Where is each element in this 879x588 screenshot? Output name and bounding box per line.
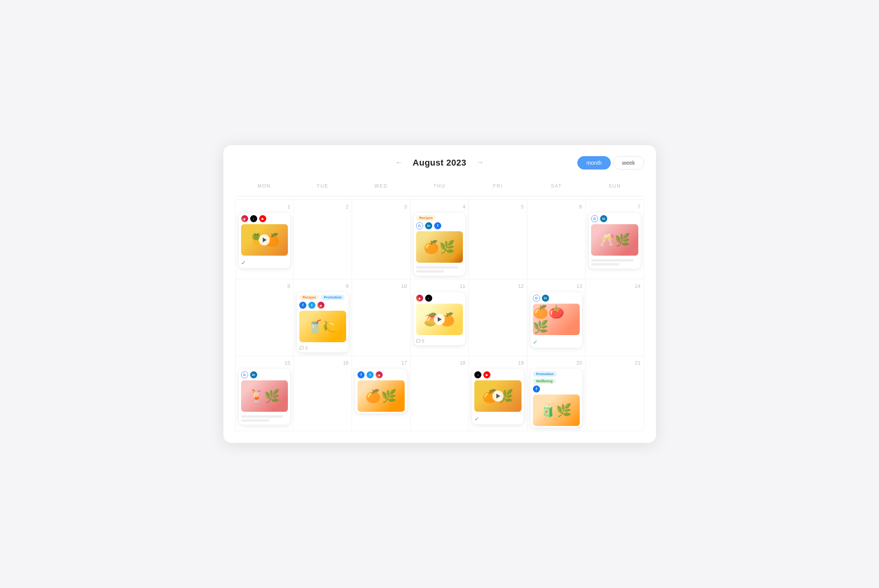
day-num-3: 3 [355,204,407,210]
day-num-6: 6 [531,204,582,210]
post-card-aug7[interactable]: G in 🥂🌿 [589,213,640,269]
view-toggle: month week [577,156,644,170]
card-footer-aug13: ✓ [531,337,582,348]
tag-recipes-aug9: Recipes [299,295,319,300]
tag-promotion-aug20: Promotion [533,371,557,377]
cell-aug-11: 11 ● ♪ 🥭🍊 [411,279,469,356]
google-icon-aug13: G [533,295,540,302]
tiktok-icon-aug19: ♪ [474,371,481,378]
day-headers: MON TUE WED THU FRI SAT SUN [235,180,644,196]
twitter-icon-aug17: t [367,371,374,378]
twitter-icon-aug9: t [308,302,315,309]
cell-aug-10: 10 [352,279,410,356]
social-icons-aug1: ● ♪ ▶ [241,215,288,222]
calendar-container: ← August 2023 → month week MON TUE WED T… [223,145,656,443]
card-footer-aug19: ✓ [472,413,523,424]
social-icons-aug7: G in [591,215,638,222]
day-num-7: 7 [589,204,640,210]
tag-wellbeing-aug20: Wellbeing [533,378,556,384]
card-text-aug15 [239,413,290,425]
cell-aug-18: 18 [411,356,469,431]
youtube-icon: ▶ [259,215,266,222]
day-header-tue: TUE [293,180,352,192]
card-footer-aug11: 5 [414,337,465,345]
cell-aug-21: 21 [586,356,644,431]
facebook-icon: f [434,222,441,229]
day-num-20: 20 [531,360,582,366]
day-header-sun: SUN [586,180,644,192]
tiktok-icon-aug11: ♪ [425,295,432,302]
play-button-aug19[interactable] [492,391,503,402]
post-card-aug20[interactable]: Promotion Wellbeing f 🧃🌿 [531,369,582,428]
day-header-sat: SAT [527,180,586,192]
play-button-aug11[interactable] [434,314,445,325]
card-text-aug7 [589,257,640,269]
instagram-icon-aug9: ● [317,302,324,309]
post-card-aug15[interactable]: G in 🍹🌿 [239,369,290,425]
check-icon-aug13: ✓ [533,339,538,346]
calendar-header: ← August 2023 → month week [235,157,644,168]
social-icons-aug13: G in [533,295,580,302]
linkedin-icon-aug13: in [542,295,549,302]
post-image-aug1: 🍍🍊 [241,224,288,256]
facebook-icon-aug20: f [533,385,540,393]
day-header-thu: THU [410,180,469,192]
post-card-aug11[interactable]: ● ♪ 🥭🍊 5 [414,292,465,345]
month-title: August 2023 [413,158,466,168]
day-num-18: 18 [414,360,465,366]
day-num-19: 19 [472,360,523,366]
day-num-5: 5 [472,204,523,210]
post-image-aug20: 🧃🌿 [533,394,580,426]
day-num-11: 11 [414,283,465,289]
day-num-17: 17 [355,360,407,366]
post-image-aug19: 🍊🌿 [474,380,521,412]
day-header-wed: WED [352,180,411,192]
post-card-aug4[interactable]: Recipes G in f 🍊🌿 [414,213,465,276]
cell-aug-5: 5 [469,200,527,279]
play-button-aug1[interactable] [259,234,270,245]
post-card-aug13[interactable]: G in 🍊🍅🌿 ✓ [531,292,582,348]
week-view-button[interactable]: week [613,156,644,170]
cell-aug-2: 2 [294,200,352,279]
day-num-4: 4 [414,204,465,210]
google-icon: G [416,222,423,229]
post-card-aug1[interactable]: ● ♪ ▶ 🍍🍊 ✓ [239,213,290,268]
social-icons-aug17: f t ● [357,371,404,378]
tag-recipes-aug4: Recipes [416,215,436,221]
day-num-12: 12 [472,283,523,289]
social-icons-aug11: ● ♪ [416,295,463,302]
cell-aug-3: 3 [352,200,410,279]
instagram-icon-aug11: ● [416,295,423,302]
tiktok-icon: ♪ [250,215,257,222]
social-icons-aug15: G in [241,371,288,378]
post-image-aug13: 🍊🍅🌿 [533,304,580,335]
day-header-mon: MON [235,180,294,192]
card-footer-aug9: 3 [297,344,348,352]
linkedin-icon-aug7: in [600,215,607,222]
cell-aug-1: 1 ● ♪ ▶ 🍍🍊 ✓ [236,200,294,279]
nav-group: ← August 2023 → [392,157,486,168]
next-month-button[interactable]: → [474,157,487,168]
check-icon-aug19: ✓ [474,415,479,422]
day-num-15: 15 [239,360,290,366]
cell-aug-8: 8 [236,279,294,356]
post-image-aug15: 🍹🌿 [241,380,288,412]
post-card-aug17[interactable]: f t ● 🍊🌿 [355,369,407,413]
facebook-icon-aug17: f [357,371,365,378]
tags-aug20: Promotion Wellbeing [533,371,580,384]
post-card-aug9[interactable]: Recipes Promotion f t ● 🥤🍋 3 [297,292,348,352]
google-icon-aug15: G [241,371,248,378]
day-num-14: 14 [589,283,640,289]
day-num-2: 2 [297,204,348,210]
day-num-21: 21 [589,360,640,366]
comment-count-aug9: 3 [299,346,308,350]
social-icons-aug19: ♪ ▶ [474,371,521,378]
linkedin-icon: in [425,222,432,229]
month-view-button[interactable]: month [577,156,611,170]
day-num-8: 8 [239,283,290,289]
prev-month-button[interactable]: ← [392,157,405,168]
calendar-grid: 1 ● ♪ ▶ 🍍🍊 ✓ [235,199,644,431]
cell-aug-4: 4 Recipes G in f 🍊🌿 [411,200,469,279]
post-card-aug19[interactable]: ♪ ▶ 🍊🌿 ✓ [472,369,523,424]
post-image-aug4: 🍊🌿 [416,231,463,263]
